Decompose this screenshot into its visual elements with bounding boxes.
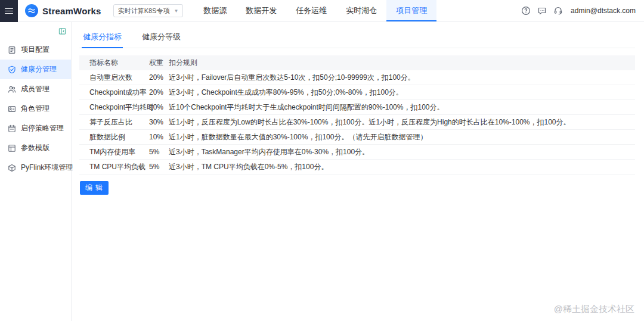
table-row: Checkpoint平均耗时 10% 近10个Checkpoint平均耗时大于生… [79, 100, 635, 115]
metric-weight: 5% [149, 148, 169, 156]
metric-name: Checkpoint平均耗时 [79, 102, 149, 113]
column-header-name: 指标名称 [79, 58, 149, 68]
members-icon [8, 85, 16, 94]
metrics-table: 指标名称 权重 扣分规则 自动重启次数 20% 近3小时，Failover后自动… [79, 55, 635, 174]
table-row: TM内存使用率 5% 近3小时，TaskManager平均内存使用率在0%-30… [79, 145, 635, 160]
top-navigation: 数据源 数据开发 任务运维 实时湖仓 项目管理 [194, 0, 436, 21]
sidebar-item-health-score[interactable]: 健康分管理 [0, 60, 71, 79]
metric-weight: 20% [149, 88, 169, 96]
hamburger-menu-button[interactable] [0, 0, 18, 22]
brand-name: StreamWorks [42, 6, 101, 16]
sidebar-item-project-config[interactable]: 项目配置 [0, 40, 71, 60]
metric-rule: 近10个Checkpoint平均耗时大于生成checkpoint时间间隔配置的9… [169, 102, 635, 113]
chevron-down-icon: ▼ [174, 8, 178, 14]
tab-bar: 健康分指标 健康分等级 [79, 29, 635, 48]
metric-weight: 20% [149, 73, 169, 82]
metric-rule: 近1小时，反压程度为Low的时长占比在30%-100%，扣100分。近1小时，反… [169, 117, 635, 127]
metric-rule: 近1小时，脏数据数量在最大值的30%-100%，扣100分。（请先开启脏数据管理… [169, 132, 635, 142]
sidebar-item-param-template[interactable]: 参数模版 [0, 138, 71, 158]
app-header: StreamWorks 实时计算K8S专项 ▼ 数据源 数据开发 任务运维 实时… [0, 0, 644, 22]
tab-health-score-levels[interactable]: 健康分等级 [141, 29, 182, 48]
metric-weight: 5% [149, 163, 169, 171]
edit-button[interactable]: 编 辑 [80, 181, 109, 195]
nav-item-task-ops[interactable]: 任务运维 [286, 0, 336, 21]
header-right: admin@dtstack.com [521, 0, 644, 21]
project-selector[interactable]: 实时计算K8S专项 ▼ [113, 4, 184, 17]
health-shield-icon [8, 66, 16, 74]
user-email[interactable]: admin@dtstack.com [571, 7, 636, 15]
sidebar-item-label: 启停策略管理 [21, 123, 64, 133]
table-row: 自动重启次数 20% 近3小时，Failover后自动重启次数达5-10次，扣5… [79, 70, 635, 85]
sidebar-item-label: 成员管理 [21, 84, 49, 94]
metric-rule: 近3小时，TaskManager平均内存使用率在0%-30%，扣100分。 [169, 147, 635, 157]
metric-name: TM内存使用率 [79, 147, 149, 157]
nav-item-realtime-lakehouse[interactable]: 实时湖仓 [336, 0, 386, 21]
tab-health-score-metrics[interactable]: 健康分指标 [82, 29, 123, 48]
metric-name: 自动重启次数 [79, 73, 149, 83]
brand[interactable]: StreamWorks [18, 0, 107, 21]
metric-weight: 10% [149, 133, 169, 141]
table-row: 算子反压占比 30% 近1小时，反压程度为Low的时长占比在30%-100%，扣… [79, 115, 635, 130]
metric-name: 算子反压占比 [79, 117, 149, 127]
sidebar-item-label: 角色管理 [21, 104, 49, 114]
sidebar-item-label: 参数模版 [21, 143, 49, 153]
role-card-icon [8, 105, 16, 113]
sidebar-item-members[interactable]: 成员管理 [0, 79, 71, 99]
policy-calendar-icon [8, 124, 16, 133]
sidebar-menu: 项目配置 健康分管理 成员管理 角色管理 启停策略管理 [0, 40, 71, 177]
table-row: 脏数据比例 10% 近1小时，脏数据数量在最大值的30%-100%，扣100分。… [79, 130, 635, 145]
table-header-row: 指标名称 权重 扣分规则 [79, 55, 635, 70]
sidebar-collapse-icon[interactable] [58, 27, 66, 35]
sidebar-item-startstop-policy[interactable]: 启停策略管理 [0, 119, 71, 138]
metric-name: Checkpoint成功率 [79, 88, 149, 98]
metric-rule: 近3小时，TM CPU平均负载在0%-5%，扣100分。 [169, 162, 635, 172]
metric-weight: 30% [149, 118, 169, 126]
sidebar-item-label: 项目配置 [21, 45, 49, 55]
nav-item-datasource[interactable]: 数据源 [194, 0, 236, 21]
sidebar-item-label: 健康分管理 [21, 64, 57, 74]
help-icon[interactable] [521, 6, 531, 15]
metric-name: TM CPU平均负载 [79, 162, 149, 172]
nav-item-project-management[interactable]: 项目管理 [386, 0, 436, 21]
project-selector-value: 实时计算K8S专项 [118, 7, 170, 15]
column-header-rule: 扣分规则 [169, 58, 635, 68]
nav-item-data-develop[interactable]: 数据开发 [236, 0, 286, 21]
pyflink-cube-icon [8, 164, 16, 172]
table-row: Checkpoint成功率 20% 近3小时，Checkpoint生成成功率80… [79, 85, 635, 100]
table-body: 自动重启次数 20% 近3小时，Failover后自动重启次数达5-10次，扣5… [79, 70, 635, 174]
project-config-icon [8, 46, 16, 54]
metric-rule: 近3小时，Checkpoint生成成功率80%-95%，扣50分;0%-80%，… [169, 88, 635, 98]
sidebar: 项目配置 健康分管理 成员管理 角色管理 启停策略管理 [0, 22, 72, 321]
table-row: TM CPU平均负载 5% 近3小时，TM CPU平均负载在0%-5%，扣100… [79, 160, 635, 174]
hamburger-icon [5, 7, 13, 15]
metric-weight: 10% [149, 103, 169, 111]
metric-name: 脏数据比例 [79, 132, 149, 142]
sidebar-item-label: PyFlink环境管理 [21, 163, 73, 173]
sidebar-item-pyflink-env[interactable]: PyFlink环境管理 [0, 158, 71, 177]
template-icon [8, 144, 16, 152]
sidebar-item-roles[interactable]: 角色管理 [0, 99, 71, 119]
sidebar-top [0, 22, 71, 35]
main-content: 健康分指标 健康分等级 指标名称 权重 扣分规则 自动重启次数 20% 近3小时… [72, 22, 644, 321]
metric-rule: 近3小时，Failover后自动重启次数达5-10次，扣50分;10-99999… [169, 73, 635, 83]
message-icon[interactable] [537, 6, 547, 15]
streamworks-logo-icon [25, 4, 38, 17]
column-header-weight: 权重 [149, 58, 169, 68]
support-headset-icon[interactable] [553, 6, 563, 15]
